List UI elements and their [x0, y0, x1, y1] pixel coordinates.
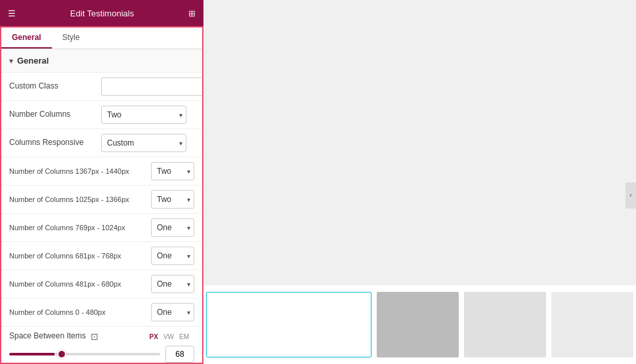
col-681-768-row: Number of Columns 681px - 768px One Two … [1, 242, 202, 270]
space-between-slider[interactable] [9, 353, 160, 355]
col-769-1024-label: Number of Columns 769px - 1024px [9, 223, 151, 232]
space-between-label: Space Between Items [9, 331, 88, 342]
preview-block-light [464, 292, 546, 357]
col-481-680-label: Number of Columns 481px - 680px [9, 279, 151, 289]
preview-area: ‹ [203, 26, 636, 364]
col-769-1024-row: Number of Columns 769px - 1024px One Two… [1, 214, 202, 242]
custom-class-control: ≡ [101, 77, 203, 96]
preview-block-lighter [551, 292, 633, 357]
col-1367-1440-label: Number of Columns 1367px - 1440px [9, 167, 151, 176]
unit-tabs: PX VW EM [148, 333, 190, 341]
tabs-row: General Style [1, 28, 202, 49]
col-681-768-select-wrapper: One Two Three Four ▾ [151, 247, 194, 265]
col-681-768-select[interactable]: One Two Three Four [151, 247, 194, 265]
monitor-icon: ⊡ [91, 331, 98, 342]
col-1025-1366-row: Number of Columns 1025px - 1366px One Tw… [1, 186, 202, 214]
editor-header: ☰ Edit Testimonials ⊞ [0, 0, 203, 26]
header-title: Edit Testimonials [70, 9, 134, 18]
columns-responsive-select-wrapper: Custom Default None ▾ [101, 134, 186, 152]
col-1025-1366-label: Number of Columns 1025px - 1366px [9, 195, 151, 204]
unit-vw[interactable]: VW [162, 333, 175, 341]
columns-responsive-label: Columns Responsive [9, 138, 101, 148]
custom-class-input[interactable] [101, 77, 203, 96]
unit-em[interactable]: EM [178, 333, 190, 341]
number-columns-control: One Two Three Four ▾ [101, 106, 194, 124]
section-general-header[interactable]: ▾ General [1, 49, 202, 73]
col-1367-1440-row: Number of Columns 1367px - 1440px One Tw… [1, 157, 202, 186]
col-0-480-row: Number of Columns 0 - 480px One Two Thre… [1, 298, 202, 327]
col-481-680-select[interactable]: One Two Three Four [151, 275, 194, 293]
grid-icon[interactable]: ⊞ [188, 9, 196, 18]
col-0-480-select-wrapper: One Two Three Four ▾ [151, 303, 194, 321]
scroll-left-button[interactable]: ‹ [625, 182, 636, 209]
tab-style[interactable]: Style [52, 28, 91, 49]
col-481-680-row: Number of Columns 481px - 680px One Two … [1, 270, 202, 298]
number-columns-row: Number Columns One Two Three Four ▾ [1, 101, 202, 129]
custom-class-row: Custom Class ≡ [1, 73, 202, 101]
custom-class-label: Custom Class [9, 81, 101, 92]
preview-blocks [203, 285, 636, 364]
space-between-row: Space Between Items ⊡ PX VW EM [1, 327, 202, 364]
col-481-680-select-wrapper: One Two Three Four ▾ [151, 275, 194, 293]
space-between-slider-container [9, 346, 194, 363]
columns-responsive-row: Columns Responsive Custom Default None ▾ [1, 129, 202, 157]
preview-block-dark [377, 292, 459, 357]
chevron-down-icon: ▾ [9, 56, 13, 66]
number-columns-select[interactable]: One Two Three Four [101, 106, 186, 124]
hamburger-icon[interactable]: ☰ [8, 9, 16, 18]
col-0-480-select[interactable]: One Two Three Four [151, 303, 194, 321]
col-1025-1366-select-wrapper: One Two Three Four ▾ [151, 190, 194, 209]
columns-responsive-select[interactable]: Custom Default None [101, 134, 186, 152]
space-between-value-input[interactable] [165, 346, 194, 363]
col-0-480-label: Number of Columns 0 - 480px [9, 308, 151, 317]
col-681-768-label: Number of Columns 681px - 768px [9, 251, 151, 260]
section-label: General [17, 56, 49, 66]
columns-responsive-control: Custom Default None ▾ [101, 134, 194, 152]
sidebar-panel: General Style ▾ General Custom Class ≡ [0, 26, 203, 364]
col-769-1024-select-wrapper: One Two Three Four ▾ [151, 218, 194, 237]
col-769-1024-select[interactable]: One Two Three Four [151, 218, 194, 237]
number-columns-label: Number Columns [9, 110, 101, 120]
col-1367-1440-select-wrapper: One Two Three Four ▾ [151, 162, 194, 180]
tab-general[interactable]: General [1, 28, 52, 49]
col-1367-1440-select[interactable]: One Two Three Four [151, 162, 194, 180]
number-columns-select-wrapper: One Two Three Four ▾ [101, 106, 186, 124]
unit-px[interactable]: PX [148, 333, 159, 341]
col-1025-1366-select[interactable]: One Two Three Four [151, 190, 194, 209]
preview-block-outline [206, 292, 371, 357]
